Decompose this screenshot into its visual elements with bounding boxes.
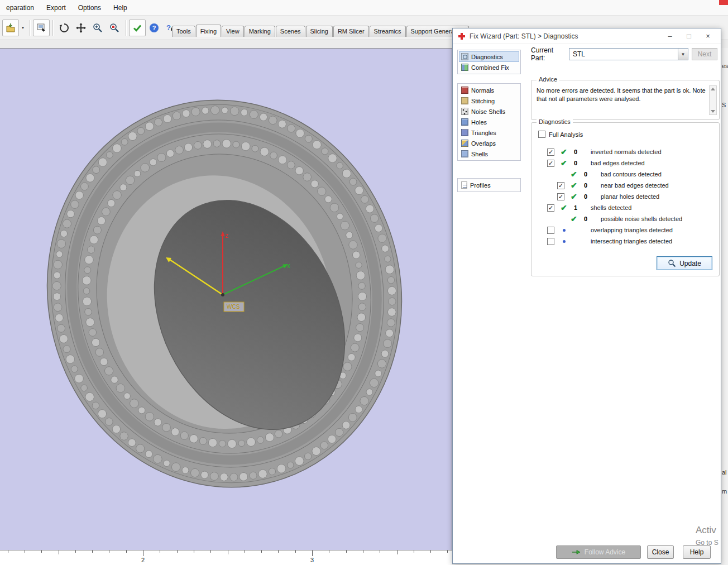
diagnostic-checkbox[interactable] — [547, 227, 554, 234]
tab-tools[interactable]: Tools — [172, 26, 195, 37]
chevron-down-icon: ▼ — [21, 26, 25, 30]
current-part-dropdown[interactable]: STL ▼ — [569, 48, 688, 60]
ruler-tick — [210, 550, 211, 553]
scroll-up-icon[interactable] — [711, 88, 715, 90]
scene-canvas[interactable]: z x WCS — [0, 49, 452, 550]
import-part-button[interactable] — [2, 20, 19, 36]
tab-view[interactable]: View — [222, 26, 244, 37]
ok-check-icon: ✔ — [571, 181, 584, 190]
toolbar-separator — [30, 20, 30, 36]
svg-text:?: ? — [152, 25, 156, 31]
sidebar-item-stitching[interactable]: Stitching — [459, 95, 519, 106]
axis-z-label: z — [225, 232, 228, 240]
watermark-line1: Activ — [696, 525, 719, 536]
import-dropdown-button[interactable]: ▼ — [19, 20, 27, 36]
zoom-in-button[interactable] — [89, 20, 106, 36]
diagnostics-legend: Diagnostics — [537, 118, 573, 125]
minimize-button[interactable]: – — [660, 30, 679, 42]
update-button[interactable]: Update — [657, 256, 712, 270]
menu-item-options[interactable]: Options — [72, 1, 107, 15]
menu-item-eparation[interactable]: eparation — [0, 1, 40, 15]
zoom-region-icon — [109, 22, 120, 33]
tab-marking[interactable]: Marking — [245, 26, 275, 37]
close-button[interactable]: Close — [647, 545, 674, 559]
tab-streamics[interactable]: Streamics — [370, 26, 406, 37]
ruler-tick — [177, 550, 178, 553]
tab-slicing[interactable]: Slicing — [306, 26, 333, 37]
advice-scrollbar[interactable] — [709, 85, 717, 115]
verify-part-button[interactable] — [129, 20, 146, 36]
sidebar-item-label: Normals — [471, 87, 494, 94]
toolbar-separator — [52, 20, 53, 36]
menubar-items: eparationExportOptionsHelp — [0, 1, 133, 15]
toolbar-separator — [126, 20, 126, 36]
cube-dots-icon — [461, 108, 468, 115]
fix-wizard-cross-icon — [458, 32, 466, 40]
viewport-3d[interactable]: z x WCS — [0, 48, 452, 550]
sidebar-item-combined-fix[interactable]: Combined Fix — [459, 62, 519, 73]
nav-profiles: Profiles — [457, 178, 521, 192]
axis-x-label: x — [287, 262, 290, 270]
activation-watermark: Activ Go to S — [696, 525, 719, 547]
diagnostic-checkbox[interactable]: ✓ — [547, 149, 554, 156]
tab-fixing[interactable]: Fixing — [196, 25, 221, 37]
sidebar-item-profiles[interactable]: Profiles — [459, 180, 519, 190]
pan-icon — [75, 22, 87, 33]
full-analysis-checkbox[interactable] — [538, 131, 545, 138]
magnifier-icon — [668, 259, 676, 267]
sidebar-item-triangles[interactable]: Triangles — [459, 127, 519, 138]
copy-view-button[interactable] — [33, 20, 50, 36]
cube-blue-icon — [461, 118, 468, 126]
next-button[interactable]: Next — [692, 48, 717, 60]
ruler-tick — [126, 550, 127, 553]
ruler-tick — [346, 550, 347, 553]
diagnostic-row: ✓✔1shells detected — [547, 202, 716, 213]
sidebar-item-holes[interactable]: Holes — [459, 117, 519, 127]
diagnostic-checkbox[interactable]: ✓ — [557, 193, 564, 200]
green-check-icon — [132, 22, 143, 33]
ruler-tick — [261, 550, 262, 553]
dialog-titlebar[interactable]: Fix Wizard (Part: STL) > Diagnostics – □… — [453, 28, 721, 44]
scroll-down-icon[interactable] — [711, 110, 715, 113]
cube-shell-icon — [461, 150, 468, 157]
checkbox-slot — [547, 238, 561, 245]
dropdown-arrow-icon[interactable]: ▼ — [678, 49, 688, 60]
sidebar-item-normals[interactable]: Normals — [459, 85, 519, 95]
help-button[interactable]: ? — [146, 20, 162, 36]
help-dialog-button[interactable]: Help — [683, 545, 711, 559]
ruler-tick — [59, 550, 59, 554]
menu-item-export[interactable]: Export — [40, 1, 72, 15]
ruler-tick — [447, 550, 448, 553]
diagnostic-count: 0 — [574, 160, 591, 166]
maximize-button[interactable]: □ — [679, 30, 698, 42]
checkbox-slot: ✓ — [547, 149, 561, 156]
ok-check-icon: ✔ — [561, 159, 574, 167]
follow-advice-button[interactable]: Follow Advice — [556, 545, 641, 559]
diagnostic-checkbox[interactable]: ✓ — [557, 182, 564, 189]
right-edge-panel: es S al m — [721, 48, 728, 565]
tab-scenes[interactable]: Scenes — [276, 26, 305, 37]
diagnostic-checkbox[interactable]: ✓ — [547, 160, 554, 167]
sidebar-item-overlaps[interactable]: Overlaps — [459, 138, 519, 149]
tab-rm-slicer[interactable]: RM Slicer — [333, 26, 369, 37]
pending-mark-slot — [561, 229, 574, 232]
menu-item-help[interactable]: Help — [107, 1, 133, 15]
diagnostic-label: shells detected — [591, 204, 631, 211]
diagnostic-checkbox[interactable] — [547, 238, 554, 245]
update-button-label: Update — [679, 260, 701, 267]
sidebar-item-diagnostics[interactable]: Diagnostics — [459, 51, 519, 62]
close-window-button[interactable]: × — [698, 30, 717, 42]
rotate-view-button[interactable] — [56, 20, 73, 36]
ruler-tick — [397, 550, 397, 554]
zoom-region-button[interactable] — [106, 20, 123, 36]
checkbox-slot: ✓ — [547, 204, 561, 212]
diagnostic-checkbox[interactable]: ✓ — [547, 204, 554, 212]
sidebar-item-shells[interactable]: Shells — [459, 149, 519, 159]
diagnostic-count: 0 — [574, 149, 591, 155]
ruler-tick — [160, 550, 160, 553]
pan-view-button[interactable] — [73, 20, 89, 36]
ruler-tick — [194, 550, 194, 553]
sidebar-item-noise-shells[interactable]: Noise Shells — [459, 106, 519, 117]
checkbox-slot — [547, 227, 561, 234]
sidebar-item-label: Holes — [471, 119, 487, 126]
